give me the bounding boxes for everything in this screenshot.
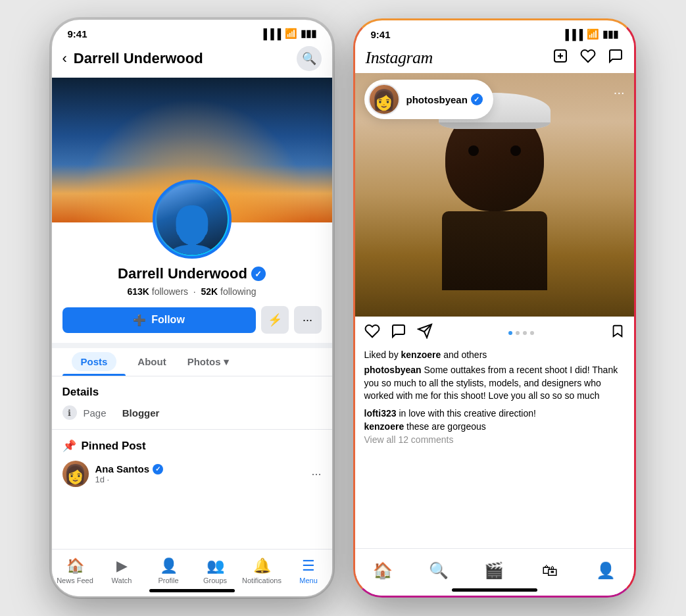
notifications-icon: 🔔 <box>253 557 271 575</box>
messenger-icon: ⚡ <box>268 313 282 327</box>
fb-status-bar: 9:41 ▐▐▐ 📶 ▮▮▮ <box>52 20 332 42</box>
search-button[interactable]: 🔍 <box>297 46 322 71</box>
groups-icon: 👥 <box>207 557 224 575</box>
pinned-more-button[interactable]: ··· <box>311 467 321 481</box>
pinned-post-info: Ana Santos ✓ 1d · <box>95 463 164 484</box>
pinned-avatar-icon: 👩 <box>64 463 87 485</box>
fb-nav-news-feed[interactable]: 🏠 News Feed <box>52 557 99 588</box>
fb-nav-groups[interactable]: 👥 Groups <box>192 557 239 588</box>
ig-liked-by: Liked by kenzoere and others <box>364 349 625 360</box>
follow-icon: ➕ <box>133 314 146 326</box>
ig-carousel-dots <box>443 331 600 335</box>
nav-label-groups: Groups <box>203 577 227 584</box>
detail-type: Page <box>84 407 107 419</box>
fb-stats: 613K followers · 52K following <box>52 286 332 297</box>
pinned-author-name: Ana Santos ✓ <box>95 463 164 475</box>
ig-dot-2 <box>516 331 520 335</box>
follow-button[interactable]: ➕ Follow <box>62 307 256 333</box>
ig-search-icon: 🔍 <box>429 561 449 580</box>
ig-nav-profile[interactable]: 👤 <box>578 561 634 584</box>
ig-battery-icon: ▮▮▮ <box>602 28 618 40</box>
ig-add-icon[interactable] <box>552 48 568 68</box>
ig-comment-1: kenzoere these are gorgeous <box>364 421 625 432</box>
instagram-phone: 9:41 ▐▐▐ 📶 ▮▮▮ Instagram <box>353 18 636 598</box>
ellipsis-icon: ··· <box>303 313 312 327</box>
pin-icon: 📌 <box>62 439 76 453</box>
ig-post-meta: Liked by kenzoere and others photosbyean… <box>355 349 634 451</box>
facebook-phone: 9:41 ▐▐▐ 📶 ▮▮▮ ‹ Darrell Underwood 🔍 👤 <box>51 18 333 598</box>
pinned-post-title: 📌 Pinned Post <box>62 439 322 453</box>
ig-post-more[interactable]: ··· <box>614 85 625 100</box>
pinned-author-avatar: 👩 <box>62 461 89 487</box>
details-title: Details <box>62 386 322 399</box>
ig-nav-search[interactable]: 🔍 <box>410 561 466 584</box>
fb-section-divider <box>52 343 332 348</box>
nav-label-news-feed: News Feed <box>57 577 93 584</box>
tab-about[interactable]: About <box>128 348 175 376</box>
fb-nav-notifications[interactable]: 🔔 Notifications <box>239 557 285 588</box>
fb-tabs: Posts About Photos ▾ <box>52 348 332 376</box>
search-icon: 🔍 <box>302 51 316 66</box>
signal-icon: ▐▐▐ <box>260 28 282 39</box>
fb-nav-menu[interactable]: ☰ Menu <box>285 557 332 588</box>
ig-caption: photosbyean Some outtakes from a recent … <box>364 364 625 403</box>
ig-story-popup[interactable]: 👩 photosbyean ✓ <box>364 80 493 119</box>
more-button[interactable]: ··· <box>294 306 322 334</box>
verified-badge: ✓ <box>251 267 266 281</box>
ig-header-icons <box>552 48 624 68</box>
ig-story-username: photosbyean ✓ <box>406 93 483 105</box>
fb-time: 9:41 <box>68 28 87 39</box>
ig-share-icon[interactable] <box>417 323 433 343</box>
ig-like-icon[interactable] <box>364 323 380 343</box>
fb-avatar-inner: 👤 <box>157 184 228 255</box>
ig-eyes <box>458 145 531 159</box>
ig-nav-reels[interactable]: 🎬 <box>466 561 522 584</box>
tab-photos[interactable]: Photos ▾ <box>178 348 238 376</box>
fb-details-section: Details ℹ Page Blogger <box>52 376 332 430</box>
tab-posts[interactable]: Posts <box>62 348 126 376</box>
ig-signal-icon: ▐▐▐ <box>562 29 583 40</box>
ig-comment-icon[interactable] <box>391 323 406 343</box>
ig-shoulders <box>442 211 547 290</box>
pinned-verified-badge: ✓ <box>153 464 163 475</box>
ig-dot-1 <box>508 331 512 335</box>
ig-dot-3 <box>523 331 527 335</box>
info-icon: ℹ <box>62 405 77 420</box>
ig-home-icon: 🏠 <box>373 561 393 580</box>
fb-profile-title: Darrell Underwood <box>74 50 290 67</box>
ig-bookmark-icon[interactable] <box>610 324 625 342</box>
ig-hat-brim <box>439 122 551 129</box>
ig-logo: Instagram <box>366 48 546 68</box>
ig-nav-home[interactable]: 🏠 <box>355 561 411 584</box>
fb-header: ‹ Darrell Underwood 🔍 <box>52 42 332 78</box>
ig-messenger-icon[interactable] <box>608 48 624 68</box>
ig-story-avatar-icon: 👩 <box>372 88 396 111</box>
wifi-icon: 📶 <box>285 28 297 39</box>
battery-icon: ▮▮▮ <box>301 28 316 39</box>
pinned-post-time: 1d · <box>95 475 164 484</box>
ig-heart-icon[interactable] <box>580 48 596 68</box>
ig-reels-icon: 🎬 <box>484 561 504 580</box>
messenger-button[interactable]: ⚡ <box>261 306 289 334</box>
fb-nav-profile[interactable]: 👤 Profile <box>145 557 192 588</box>
ig-status-bar: 9:41 ▐▐▐ 📶 ▮▮▮ <box>355 20 634 43</box>
ig-header: Instagram <box>355 43 634 73</box>
ig-wifi-icon: 📶 <box>587 28 599 40</box>
fb-nav-watch[interactable]: ▶ Watch <box>99 557 145 588</box>
fb-profile-avatar[interactable]: 👤 <box>153 180 232 259</box>
ig-dot-4 <box>530 331 534 335</box>
ig-nav-shop[interactable]: 🛍 <box>522 561 578 584</box>
ig-shop-icon: 🛍 <box>542 561 558 580</box>
ig-profile-icon: 👤 <box>596 561 616 580</box>
ig-view-all-comments[interactable]: View all 12 comments <box>364 434 625 445</box>
ig-post-actions <box>355 317 634 349</box>
ig-home-indicator <box>452 588 537 592</box>
ig-comment-0: lofti323 in love with this creative dire… <box>364 408 625 419</box>
detail-category: Blogger <box>122 407 160 419</box>
ig-eye-left <box>468 145 479 156</box>
fb-cover-photo: 👤 <box>52 78 332 222</box>
nav-label-profile: Profile <box>158 577 178 584</box>
back-button[interactable]: ‹ <box>62 50 67 67</box>
nav-label-menu: Menu <box>299 577 318 584</box>
pinned-post-row[interactable]: 👩 Ana Santos ✓ 1d · ··· <box>62 461 322 487</box>
